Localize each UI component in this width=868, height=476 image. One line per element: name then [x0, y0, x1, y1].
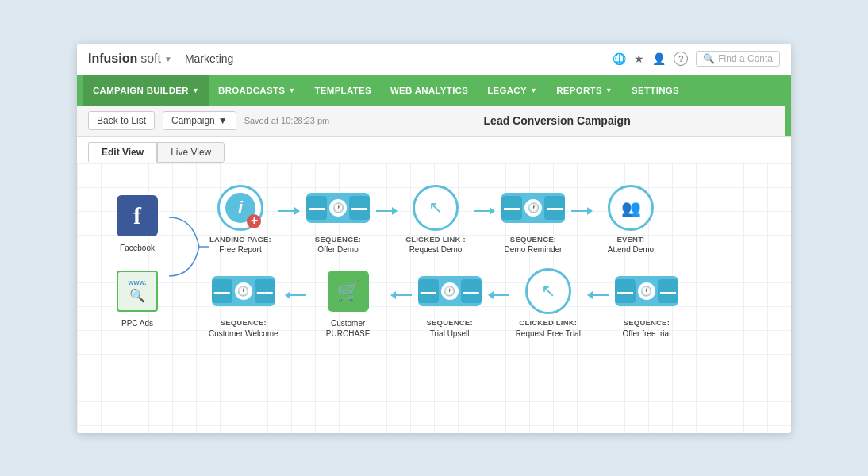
- nav-campaign-builder[interactable]: CAMPAIGN BUILDER ▼: [83, 75, 209, 106]
- arrow-r2-4: [285, 291, 306, 299]
- saved-status: Saved at 10:28:23 pm: [244, 116, 330, 125]
- main-flow-container: i ✚ LANDING PAGE: Free Report: [209, 184, 678, 339]
- landing-page-node[interactable]: i ✚ LANDING PAGE: Free Report: [209, 184, 272, 255]
- nav-bar: CAMPAIGN BUILDER ▼ BROADCASTS ▼ TEMPLATE…: [77, 75, 791, 106]
- green-accent-bar: [785, 105, 791, 136]
- seq-offer-free-trial-icon: ▬▬ 🕐 ▬▬: [615, 276, 678, 306]
- tab-live-view[interactable]: Live View: [157, 142, 225, 163]
- logo-dropdown-icon[interactable]: ▼: [164, 55, 172, 63]
- source-connector: [169, 195, 209, 298]
- search-box[interactable]: 🔍 Find a Conta: [696, 51, 780, 67]
- nav-label-templates: TEMPLATES: [314, 86, 371, 95]
- event-attend-demo-node[interactable]: 👥 EVENT: Attend Demo: [599, 184, 663, 255]
- seq-demo-reminder-icon: ▬▬ 🕐 ▬▬: [501, 193, 565, 223]
- campaign-title: Lead Conversion Campaign: [337, 114, 777, 127]
- seq-offer-demo-node[interactable]: ▬▬ 🕐 ▬▬ SEQUENCE: Offer Demo: [306, 184, 370, 255]
- nav-reports[interactable]: REPORTS ▼: [547, 75, 622, 106]
- app-window: Infusionsoft ▼ Marketing 🌐 ★ 👤 ? 🔍 Find …: [77, 44, 791, 433]
- seq-offer-demo-icon: ▬▬ 🕐 ▬▬: [306, 193, 370, 223]
- back-to-list-button[interactable]: Back to List: [88, 111, 155, 130]
- globe-icon[interactable]: 🌐: [613, 52, 626, 65]
- facebook-icon: f: [117, 195, 158, 236]
- nav-label-web-analytics: WEB ANALYTICS: [390, 86, 468, 95]
- arrow-1: [278, 207, 300, 215]
- event-attend-demo-label: EVENT: Attend Demo: [608, 235, 654, 255]
- top-bar: Infusionsoft ▼ Marketing 🌐 ★ 👤 ? 🔍 Find …: [77, 44, 791, 75]
- clicked-link-request-demo-label: CLICKED LINK : Request Demo: [405, 235, 466, 255]
- arrow-2: [376, 207, 398, 215]
- nav-label-reports: REPORTS: [556, 86, 602, 95]
- ppc-label: PPC Ads: [121, 318, 153, 328]
- seq-trial-upsell-icon: ▬▬ 🕐 ▬▬: [418, 276, 482, 306]
- ppc-icon: www. 🔍: [117, 271, 158, 312]
- nav-templates[interactable]: TEMPLATES: [305, 75, 381, 106]
- source-nodes-col: f Facebook www. 🔍 PPC Ads: [106, 192, 169, 328]
- customer-purchase-node[interactable]: 🛒 Customer PURCHASE: [313, 267, 384, 339]
- logo: Infusionsoft ▼: [88, 52, 172, 66]
- customer-purchase-icon: 🛒: [328, 271, 369, 312]
- nav-settings[interactable]: SETTINGS: [622, 75, 689, 106]
- nav-arrow-campaign-builder: ▼: [192, 86, 199, 94]
- flow-row-2: ▬▬ 🕐 ▬▬ SEQUENCE: Offer free trial: [209, 267, 678, 339]
- customer-purchase-label: Customer PURCHASE: [313, 318, 384, 339]
- seq-trial-upsell-node[interactable]: ▬▬ 🕐 ▬▬ SEQUENCE: Trial Upsell: [418, 267, 482, 338]
- star-icon[interactable]: ★: [634, 52, 644, 65]
- arrow-r2-2: [488, 291, 509, 299]
- user-icon[interactable]: 👤: [652, 52, 666, 65]
- seq-customer-welcome-label: SEQUENCE: Customer Welcome: [209, 318, 278, 338]
- nav-label-settings: SETTINGS: [632, 86, 679, 95]
- top-bar-icons: 🌐 ★ 👤 ?: [613, 52, 688, 66]
- arrow-r2-1: [587, 291, 609, 299]
- nav-arrow-legacy: ▼: [530, 86, 537, 94]
- connector-svg: [169, 195, 209, 298]
- canvas-content: f Facebook www. 🔍 PPC Ads: [90, 176, 778, 347]
- campaign-button[interactable]: Campaign ▼: [163, 111, 236, 130]
- arrow-4: [571, 207, 593, 215]
- canvas: f Facebook www. 🔍 PPC Ads: [77, 163, 791, 433]
- arrow-3: [474, 207, 495, 215]
- seq-offer-free-trial-node[interactable]: ▬▬ 🕐 ▬▬ SEQUENCE: Offer free trial: [615, 267, 678, 338]
- landing-page-label: LANDING PAGE: Free Report: [209, 235, 271, 255]
- flow-row-1: i ✚ LANDING PAGE: Free Report: [209, 184, 678, 255]
- nav-legacy[interactable]: LEGACY ▼: [478, 75, 547, 106]
- landing-page-badge: ✚: [247, 214, 261, 228]
- event-attend-demo-icon: 👥: [608, 185, 654, 231]
- nav-label-legacy: LEGACY: [487, 86, 527, 95]
- tab-edit-view[interactable]: Edit View: [88, 142, 157, 163]
- nav-label-broadcasts: BROADCASTS: [218, 86, 285, 95]
- campaign-label: Campaign: [171, 115, 215, 126]
- nav-broadcasts[interactable]: BROADCASTS ▼: [209, 75, 305, 106]
- top-bar-title: Marketing: [185, 52, 605, 65]
- logo-infusion: Infusion: [88, 52, 137, 66]
- seq-demo-reminder-label: SEQUENCE: Demo Reminder: [505, 235, 563, 255]
- search-icon: 🔍: [703, 53, 715, 64]
- campaign-dropdown-icon: ▼: [218, 115, 228, 126]
- seq-customer-welcome-icon: ▬▬ 🕐 ▬▬: [212, 276, 275, 306]
- ppc-node[interactable]: www. 🔍 PPC Ads: [106, 267, 169, 328]
- view-tabs: Edit View Live View: [77, 137, 791, 163]
- seq-offer-free-trial-label: SEQUENCE: Offer free trial: [622, 318, 670, 338]
- clicked-link-request-demo-node[interactable]: ↖ CLICKED LINK : Request Demo: [404, 184, 467, 255]
- search-placeholder: Find a Conta: [718, 53, 773, 64]
- nav-web-analytics[interactable]: WEB ANALYTICS: [381, 75, 478, 106]
- clicked-link-free-trial-node[interactable]: ↖ CLICKED LINK: Request Free Trial: [516, 267, 581, 338]
- seq-demo-reminder-node[interactable]: ▬▬ 🕐 ▬▬ SEQUENCE: Demo Reminder: [501, 184, 565, 255]
- help-icon[interactable]: ?: [674, 52, 688, 66]
- clicked-link-icon: ↖: [413, 185, 459, 231]
- seq-trial-upsell-label: SEQUENCE: Trial Upsell: [426, 318, 472, 338]
- clicked-link-free-trial-icon: ↖: [525, 268, 571, 314]
- logo-soft: soft: [140, 52, 161, 66]
- toolbar: Back to List Campaign ▼ Saved at 10:28:2…: [77, 106, 791, 137]
- arrow-r2-3: [390, 291, 412, 299]
- landing-page-icon: i ✚: [217, 185, 263, 231]
- seq-offer-demo-label: SEQUENCE: Offer Demo: [315, 235, 361, 255]
- facebook-label: Facebook: [120, 243, 155, 253]
- nav-label-campaign-builder: CAMPAIGN BUILDER: [93, 86, 189, 95]
- facebook-node[interactable]: f Facebook: [106, 192, 169, 253]
- nav-arrow-reports: ▼: [605, 86, 613, 94]
- seq-customer-welcome-node[interactable]: ▬▬ 🕐 ▬▬ SEQUENCE: Customer Welcome: [209, 267, 278, 338]
- clicked-link-free-trial-label: CLICKED LINK: Request Free Trial: [516, 318, 581, 338]
- nav-arrow-broadcasts: ▼: [288, 86, 295, 94]
